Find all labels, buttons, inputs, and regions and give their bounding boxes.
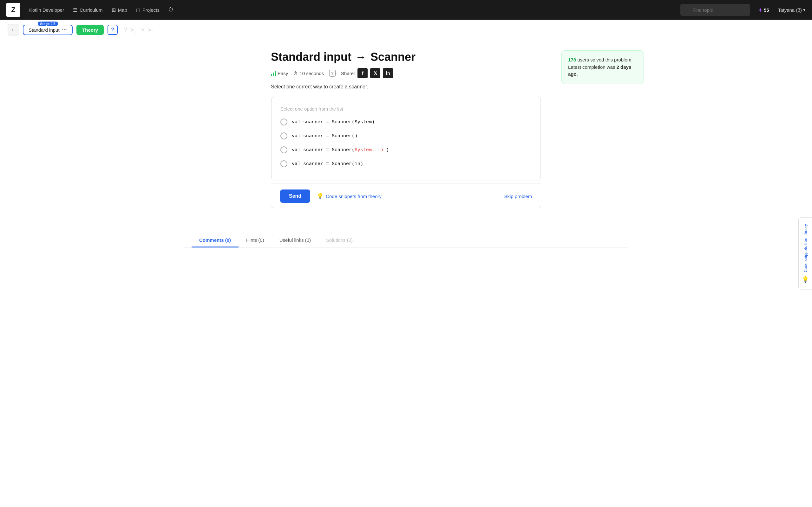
tab-hints-label: Hints (0) [246, 237, 264, 243]
nav-item-map[interactable]: ⊞ Map [112, 7, 127, 13]
tabs-row: Comments (0) Hints (0) Useful links (0) … [184, 233, 628, 247]
gems-count: 55 [764, 7, 769, 13]
nav-next-icon[interactable]: > [141, 26, 144, 34]
title-arrow: → [355, 50, 367, 64]
solved-sidebar-card: 178 users solved this problem. Latest co… [561, 50, 644, 84]
skip-problem-link[interactable]: Skip problem [504, 193, 532, 199]
option-4-text[interactable]: val scanner = Scanner(in) [292, 161, 363, 167]
quiz-box: Select one option from the list val scan… [271, 97, 541, 181]
user-menu[interactable]: Tatyana (β) ▾ [778, 7, 806, 13]
app-name-label: Kotlin Developer [29, 7, 64, 13]
send-button[interactable]: Send [280, 189, 310, 203]
search-wrapper: 🔍 [680, 4, 750, 16]
solved-count: 178 [568, 57, 576, 62]
clock-icon: ⏱ [293, 71, 298, 76]
timer-icon: ⏱ [168, 7, 173, 13]
map-icon: ⊞ [112, 7, 116, 13]
solved-period: . [577, 71, 578, 77]
vertical-tab[interactable]: Code snippets from theory 💡 [798, 217, 812, 247]
help-button[interactable]: ? [107, 25, 118, 35]
chevron-down-icon: ▾ [803, 7, 806, 13]
navbar: Z Kotlin Developer ☰ Curriculum ⊞ Map ◻ … [0, 0, 812, 20]
tab-solutions: Solutions (0) [318, 233, 360, 247]
action-row: Send 💡 Code snippets from theory Skip pr… [271, 183, 541, 208]
tab-solutions-label: Solutions (0) [326, 237, 353, 243]
stage-tab-label: Standard input [29, 27, 60, 33]
difficulty-badge: Easy [271, 71, 288, 76]
gems-display: ♦ 55 [759, 7, 769, 13]
nav-question-icon[interactable]: ? [123, 26, 127, 34]
stage-bar: ← Stage 2/5 Standard input ••• Theory ? … [0, 20, 812, 40]
list-item: val scanner = Scanner(in) [281, 160, 531, 167]
stage-badge: Stage 2/5 [38, 21, 58, 26]
difficulty-label: Easy [277, 71, 288, 76]
tab-hints[interactable]: Hints (0) [239, 233, 272, 247]
list-item: val scanner = Scanner() [281, 132, 531, 139]
snippets-label: Code snippets from theory [326, 193, 382, 199]
back-arrow-icon: ← [10, 26, 16, 33]
option-2-radio[interactable] [281, 132, 287, 139]
quiz-hint: Select one option from the list [281, 106, 531, 112]
main-content: Standard input → Scanner Easy ⏱ 10 secon… [263, 40, 549, 221]
curriculum-label: Curriculum [80, 7, 103, 13]
back-button[interactable]: ← [8, 24, 19, 36]
stage-nav-icons: ? >_ > >- [123, 26, 153, 34]
list-item: val scanner = Scanner(System) [281, 118, 531, 125]
facebook-share-button[interactable]: f [357, 68, 368, 78]
meta-help-icon[interactable]: ? [329, 70, 336, 77]
nav-item-curriculum[interactable]: ☰ Curriculum [73, 7, 103, 13]
twitter-share-button[interactable]: 𝕏 [370, 68, 380, 78]
nav-item-timer[interactable]: ⏱ [168, 7, 173, 13]
share-row: Share: f 𝕏 in [341, 68, 393, 78]
option-4-radio[interactable] [281, 160, 287, 167]
tab-comments-label: Comments (0) [199, 237, 231, 243]
gem-icon: ♦ [759, 7, 762, 13]
theory-label: Theory [82, 27, 98, 33]
option-3-before: val scanner = Scanner( [292, 147, 355, 153]
app-logo[interactable]: Z [6, 3, 20, 17]
option-3-highlight: System.`in` [355, 147, 386, 153]
tab-useful-links[interactable]: Useful links (0) [272, 233, 318, 247]
tab-comments[interactable]: Comments (0) [192, 233, 239, 247]
share-label: Share: [341, 71, 355, 76]
option-1-text[interactable]: val scanner = Scanner(System) [292, 119, 374, 125]
time-label: 10 seconds [299, 71, 324, 76]
nav-item-app-name: Kotlin Developer [29, 7, 64, 13]
question-mark-icon: ? [111, 27, 114, 33]
outer-container: Standard input → Scanner Easy ⏱ 10 secon… [184, 40, 628, 247]
problem-title: Standard input → Scanner [271, 50, 541, 64]
nav-terminal-icon[interactable]: >_ [130, 26, 137, 34]
option-1-radio[interactable] [281, 118, 287, 125]
projects-icon: ◻ [136, 7, 140, 13]
quiz-wrapper: Select one option from the list val scan… [271, 97, 541, 208]
curriculum-icon: ☰ [73, 7, 78, 13]
title-part1: Standard input [271, 50, 351, 64]
user-name: Tatyana (β) [778, 7, 802, 13]
stage-dots: ••• [62, 27, 67, 32]
problem-description: Select one correct way to create a scann… [271, 84, 541, 90]
bulb-icon: 💡 [316, 193, 323, 200]
meta-row: Easy ⏱ 10 seconds ? Share: f 𝕏 in [271, 68, 541, 78]
list-item: val scanner = Scanner(System.`in`) [281, 147, 531, 153]
map-label: Map [118, 7, 127, 13]
nav-skip-icon[interactable]: >- [148, 26, 153, 34]
option-3-radio[interactable] [281, 147, 287, 153]
skip-label: Skip problem [504, 193, 532, 199]
send-label: Send [289, 193, 301, 199]
difficulty-icon [271, 71, 276, 76]
theory-button[interactable]: Theory [77, 25, 104, 35]
tab-useful-links-label: Useful links (0) [280, 237, 311, 243]
option-3-text[interactable]: val scanner = Scanner(System.`in`) [292, 147, 389, 153]
option-3-after: ) [386, 147, 389, 153]
time-badge: ⏱ 10 seconds [293, 71, 324, 76]
search-input[interactable] [680, 4, 750, 16]
vertical-tab-label[interactable]: Code snippets from theory [803, 224, 808, 247]
option-2-text[interactable]: val scanner = Scanner() [292, 133, 357, 139]
stage-tab[interactable]: Stage 2/5 Standard input ••• [23, 25, 72, 35]
linkedin-share-button[interactable]: in [383, 68, 393, 78]
code-snippets-link[interactable]: 💡 Code snippets from theory [316, 193, 382, 200]
projects-label: Projects [142, 7, 159, 13]
title-part2: Scanner [370, 50, 415, 64]
nav-item-projects[interactable]: ◻ Projects [136, 7, 159, 13]
